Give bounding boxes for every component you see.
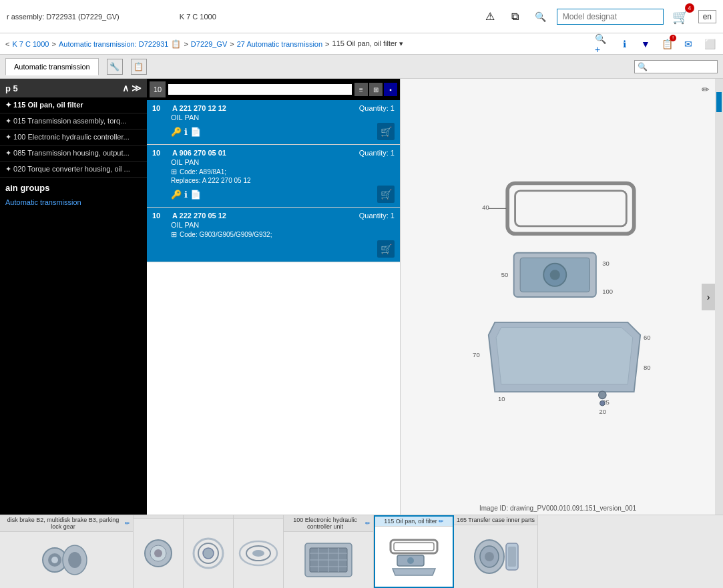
part-num-2: 10: [152, 149, 168, 157]
svg-text:30: 30: [602, 259, 610, 266]
report-icon[interactable]: 📋!: [659, 36, 675, 52]
parts-diagram: 40 50 30 100 70 10: [445, 177, 672, 417]
thumbnail-165-transfer[interactable]: 165 Transfer case inner parts: [454, 515, 538, 588]
thumbnail-115-oil-pan[interactable]: 115 Oil pan, oil filter ✏: [374, 515, 454, 588]
image-caption: Image ID: drawing_PV000.010.091.151_vers…: [479, 505, 636, 512]
model-search-input[interactable]: [557, 9, 664, 25]
part-qty-1: Quantity: 1: [359, 104, 395, 112]
sidebar-auto-trans-link[interactable]: Automatic transmission: [0, 196, 147, 209]
warning-icon[interactable]: ⚠: [481, 7, 499, 26]
svg-point-47: [485, 552, 494, 561]
breadcrumb-d7229[interactable]: D7229_GV: [191, 40, 227, 48]
main-layout: p 5 ∧ ≫ ✦ 115 Oil pan, oil filter ✦ 015 …: [0, 79, 723, 515]
thumbnail-2[interactable]: [134, 515, 184, 588]
thumbnail-disk-brake[interactable]: disk brake B2, multidisk brake B3, parki…: [0, 515, 134, 588]
thumb-edit-icon-6[interactable]: ✏: [439, 518, 444, 525]
part-key-icon-1[interactable]: 🔑: [171, 127, 182, 137]
svg-point-23: [68, 552, 81, 568]
svg-point-29: [203, 548, 214, 559]
cart-button[interactable]: 🛒 4: [670, 6, 692, 27]
parts-search-input[interactable]: [168, 84, 352, 95]
parts-search-bar: [168, 84, 352, 95]
svg-point-44: [407, 557, 414, 564]
breadcrumb-auto-trans[interactable]: Automatic transmission: D722931: [59, 40, 168, 48]
sidebar-item-115[interactable]: ✦ 115 Oil pan, oil filter: [0, 97, 147, 113]
svg-text:100: 100: [602, 288, 613, 295]
sidebar-section-title: ain groups: [0, 178, 147, 196]
right-panel-scroll[interactable]: [716, 92, 722, 112]
part-num-3: 10: [152, 212, 168, 220]
svg-point-7: [549, 270, 559, 280]
part-doc-icon-1[interactable]: 📄: [190, 127, 201, 137]
sidebar-collapse-icon[interactable]: ∧: [122, 83, 129, 93]
search-icon[interactable]: 🔍: [531, 7, 550, 26]
part-key-icon-2[interactable]: 🔑: [171, 190, 182, 200]
expand-icon[interactable]: ⬜: [702, 36, 718, 52]
part-item-2[interactable]: 10 A 906 270 05 01 Quantity: 1 OIL PAN ⊞…: [147, 145, 400, 208]
part-doc-icon-2[interactable]: 📄: [190, 190, 201, 200]
thumbnail-100-label: 100 Electronic hydraulic controller unit…: [284, 515, 373, 532]
part-gasket: 40: [482, 183, 634, 234]
part-name-2: OIL PAN: [171, 158, 395, 166]
sidebar-item-085-label: ✦ 085 Transmission housing, output...: [5, 149, 130, 157]
sidebar-item-100[interactable]: ✦ 100 Electronic hydraulic controller...: [0, 129, 147, 145]
thumb-edit-icon-1[interactable]: ✏: [125, 520, 130, 527]
sidebar-item-015[interactable]: ✦ 015 Transmission assembly, torq...: [0, 113, 147, 129]
svg-text:60: 60: [643, 334, 650, 341]
part-info-icon-1[interactable]: ℹ: [184, 127, 188, 137]
breadcrumb-k7c[interactable]: K 7 C 1000: [12, 40, 49, 48]
thumbnail-165-label: 165 Transfer case inner parts: [454, 515, 537, 525]
thumb-edit-icon-5[interactable]: ✏: [365, 520, 371, 527]
part-info-icon-2[interactable]: ℹ: [184, 190, 188, 200]
breadcrumb-copy-icon[interactable]: 📋: [171, 39, 181, 49]
svg-point-32: [252, 550, 264, 557]
filter-icon[interactable]: ▼: [638, 36, 654, 52]
zoom-in-icon[interactable]: 🔍+: [595, 36, 611, 52]
svg-text:50: 50: [501, 270, 508, 278]
view-grid-icon[interactable]: ⊞: [369, 83, 383, 96]
image-nav-right[interactable]: ›: [702, 284, 715, 310]
parts-toolbar-prev[interactable]: 10: [150, 81, 166, 97]
thumbnail-100-hydraulic[interactable]: 100 Electronic hydraulic controller unit…: [284, 515, 374, 588]
top-bar-icons: ⚠ ⧉ 🔍 🛒 4 en: [481, 6, 716, 27]
part-replaces-2: Replaces: A 222 270 05 12: [171, 177, 395, 184]
language-selector[interactable]: en: [698, 10, 716, 23]
part-item-1[interactable]: 10 A 221 270 12 12 Quantity: 1 OIL PAN 🔑…: [147, 100, 400, 145]
thumb-svg-1: [41, 541, 91, 579]
thumb-svg-5: [302, 540, 355, 580]
thumbnail-disk-brake-img: [0, 532, 133, 588]
thumbnail-100-img: [284, 532, 373, 588]
sidebar-header-icons: ∧ ≫: [122, 83, 142, 93]
thumbnail-4[interactable]: [234, 515, 284, 588]
thumbnail-3-img: [184, 519, 233, 588]
thumbnail-115-label: 115 Oil pan, oil filter ✏: [375, 517, 453, 527]
part-cart-btn-1[interactable]: 🛒: [377, 123, 395, 140]
part-item-3[interactable]: 10 A 222 270 05 12 Quantity: 1 OIL PAN ⊞…: [147, 208, 400, 262]
sidebar-title: p 5: [5, 83, 18, 93]
part-cart-btn-3[interactable]: 🛒: [377, 240, 395, 258]
part-qty-3: Quantity: 1: [359, 212, 395, 220]
tab-automatic-transmission[interactable]: Automatic transmission: [5, 58, 99, 75]
part-cart-btn-2[interactable]: 🛒: [377, 186, 395, 203]
sidebar-expand-icon[interactable]: ≫: [132, 83, 142, 93]
tab-search-input[interactable]: [648, 63, 714, 71]
tab-icon-doc[interactable]: 📋: [131, 59, 147, 75]
sidebar-item-085[interactable]: ✦ 085 Transmission housing, output...: [0, 145, 147, 162]
tab-icon-wrench[interactable]: 🔧: [107, 59, 123, 75]
sidebar-item-020[interactable]: ✦ 020 Torque converter housing, oil ...: [0, 162, 147, 178]
svg-text:10: 10: [498, 395, 505, 402]
breadcrumb-115[interactable]: 115 Oil pan, oil filter ▾: [332, 39, 403, 48]
view-compact-icon[interactable]: ▪: [384, 83, 397, 96]
view-list-icon[interactable]: ≡: [354, 83, 368, 96]
tab-bar: Automatic transmission 🔧 📋 🔍: [0, 55, 723, 79]
part-code-2: A 906 270 05 01: [172, 149, 355, 157]
svg-rect-1: [515, 190, 626, 226]
right-panel: [715, 79, 723, 515]
breadcrumb-27[interactable]: 27 Automatic transmission: [237, 40, 322, 48]
svg-text:40: 40: [482, 204, 489, 211]
email-icon[interactable]: ✉: [680, 36, 696, 52]
info-icon[interactable]: ℹ: [616, 36, 632, 52]
thumbnail-3[interactable]: [184, 515, 234, 588]
copy-icon[interactable]: ⧉: [506, 7, 525, 26]
part-filter: 50 30 100: [501, 252, 612, 296]
